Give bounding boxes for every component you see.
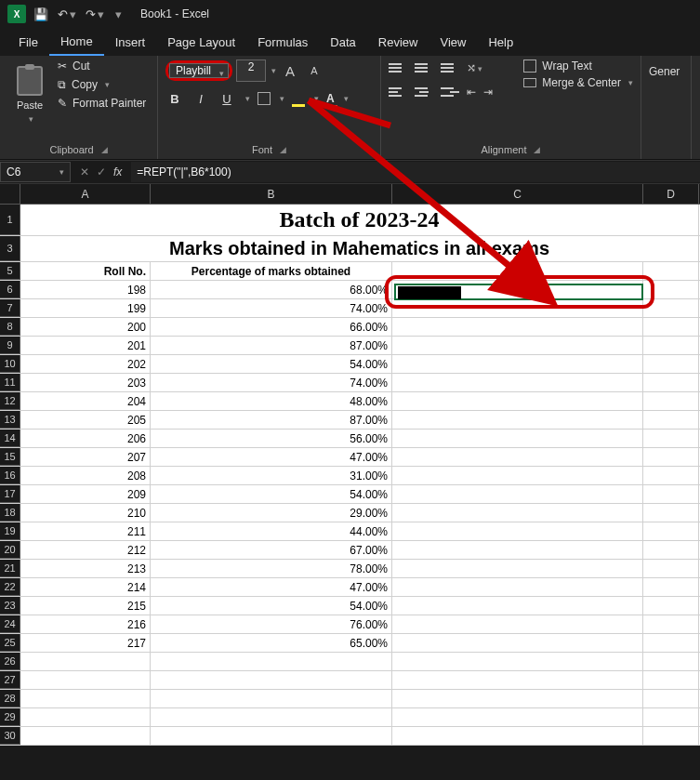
column-header-c[interactable]: C: [392, 184, 643, 204]
align-top-button[interactable]: [389, 59, 407, 76]
cell-pct[interactable]: 56.00%: [151, 430, 392, 447]
cell-roll[interactable]: 205: [20, 411, 151, 429]
cell[interactable]: [643, 337, 699, 354]
menu-home[interactable]: Home: [49, 29, 104, 56]
cell[interactable]: [643, 522, 699, 540]
row-header[interactable]: 14: [0, 430, 20, 447]
row-header[interactable]: 12: [0, 392, 20, 410]
sheet-subtitle[interactable]: Marks obtained in Mahematics in all exam…: [20, 236, 699, 261]
dialog-launcher-icon[interactable]: ◢: [280, 145, 286, 154]
row-header[interactable]: 5: [0, 262, 20, 280]
chevron-down-icon[interactable]: ▾: [280, 94, 284, 103]
cell[interactable]: [643, 262, 699, 280]
fill-color-button[interactable]: [292, 93, 305, 104]
cell-pct[interactable]: 29.00%: [151, 504, 392, 522]
cell-pct[interactable]: 87.00%: [151, 411, 392, 429]
row-header[interactable]: 23: [0, 597, 20, 615]
cell[interactable]: [392, 653, 643, 670]
cell-pct[interactable]: 74.00%: [151, 299, 392, 317]
row-header[interactable]: 29: [0, 708, 20, 726]
font-name-select[interactable]: Playbill▾: [169, 63, 229, 78]
enter-icon[interactable]: ✓: [97, 165, 106, 178]
cell-pct[interactable]: 66.00%: [151, 318, 392, 336]
row-header[interactable]: 16: [0, 467, 20, 484]
cell[interactable]: [392, 374, 643, 391]
cell[interactable]: [392, 634, 643, 652]
cell[interactable]: [643, 504, 699, 522]
increase-indent-button[interactable]: ⇥: [483, 86, 493, 99]
cell[interactable]: [643, 597, 699, 615]
cell-roll[interactable]: 210: [20, 504, 151, 522]
cell-roll[interactable]: 201: [20, 337, 151, 354]
cell[interactable]: [643, 541, 699, 559]
cell[interactable]: [392, 485, 643, 503]
formula-input[interactable]: [131, 162, 700, 182]
save-icon[interactable]: 💾: [33, 7, 48, 21]
cell[interactable]: [392, 448, 643, 466]
header-pct[interactable]: Percentage of marks obtained: [151, 262, 392, 280]
cell[interactable]: [643, 690, 699, 707]
menu-page-layout[interactable]: Page Layout: [156, 30, 246, 55]
cell-roll[interactable]: 209: [20, 485, 151, 503]
cell[interactable]: [643, 318, 699, 336]
name-box[interactable]: C6▾: [0, 162, 71, 182]
menu-file[interactable]: File: [7, 30, 49, 55]
row-header[interactable]: 10: [0, 355, 20, 373]
cell-roll[interactable]: 208: [20, 467, 151, 484]
row-header[interactable]: 6: [0, 281, 20, 298]
column-header-b[interactable]: B: [151, 184, 392, 204]
chevron-down-icon[interactable]: ▾: [344, 94, 349, 103]
grow-font-button[interactable]: A: [280, 60, 300, 81]
row-header[interactable]: 20: [0, 541, 20, 559]
cell-roll[interactable]: 212: [20, 541, 151, 559]
cell-roll[interactable]: 206: [20, 430, 151, 447]
align-middle-button[interactable]: [415, 59, 433, 76]
cell[interactable]: [392, 560, 643, 577]
row-header[interactable]: 26: [0, 653, 20, 670]
row-header[interactable]: 21: [0, 560, 20, 577]
cell[interactable]: [643, 653, 699, 670]
underline-button[interactable]: U: [218, 89, 236, 108]
cell[interactable]: [151, 671, 392, 689]
cell[interactable]: [392, 411, 643, 429]
cell-pct[interactable]: 76.00%: [151, 615, 392, 633]
cell[interactable]: [20, 690, 151, 707]
selected-cell-c6[interactable]: [394, 284, 643, 300]
cell[interactable]: [392, 299, 643, 317]
cell[interactable]: [392, 262, 643, 280]
row-header[interactable]: 28: [0, 690, 20, 707]
cell[interactable]: [643, 430, 699, 447]
cell[interactable]: [20, 727, 151, 745]
cell-roll[interactable]: 213: [20, 560, 151, 577]
cell[interactable]: [392, 337, 643, 354]
cell[interactable]: [20, 653, 151, 670]
dialog-launcher-icon[interactable]: ◢: [534, 145, 540, 154]
column-header-d[interactable]: D: [643, 184, 699, 204]
font-color-button[interactable]: A: [326, 92, 335, 105]
number-format-select[interactable]: Gener: [649, 59, 683, 78]
cell[interactable]: [392, 597, 643, 615]
cell[interactable]: [643, 727, 699, 745]
cell-roll[interactable]: 217: [20, 634, 151, 652]
cell[interactable]: [392, 392, 643, 410]
row-header[interactable]: 9: [0, 337, 20, 354]
qat-customize-icon[interactable]: ▾: [115, 7, 122, 21]
italic-button[interactable]: I: [192, 89, 210, 108]
cell-pct[interactable]: 44.00%: [151, 522, 392, 540]
row-header[interactable]: 7: [0, 299, 20, 317]
cell[interactable]: [643, 467, 699, 484]
cell[interactable]: [643, 578, 699, 596]
cut-button[interactable]: Cut: [58, 59, 146, 73]
cell-roll[interactable]: 198: [20, 281, 151, 298]
cell-pct[interactable]: 54.00%: [151, 485, 392, 503]
cell[interactable]: [392, 504, 643, 522]
cell[interactable]: [392, 671, 643, 689]
row-header[interactable]: 1: [0, 205, 20, 235]
cell[interactable]: [643, 634, 699, 652]
shrink-font-button[interactable]: A: [304, 60, 324, 81]
dialog-launcher-icon[interactable]: ◢: [101, 145, 108, 154]
cell[interactable]: [392, 467, 643, 484]
cell-pct[interactable]: 65.00%: [151, 634, 392, 652]
row-header[interactable]: 13: [0, 411, 20, 429]
row-header[interactable]: 19: [0, 522, 20, 540]
